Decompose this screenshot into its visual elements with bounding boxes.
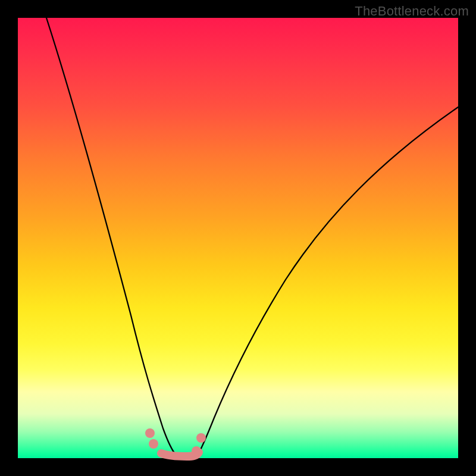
curve-left-branch	[46, 18, 176, 455]
outer-frame: TheBottleneck.com	[0, 0, 476, 476]
marker-dot	[149, 439, 158, 449]
chart-svg	[18, 18, 458, 458]
valley-marker-group	[145, 428, 206, 456]
marker-dot	[196, 433, 206, 443]
marker-dot	[192, 446, 201, 456]
marker-dot	[145, 428, 155, 438]
curve-right-branch	[196, 107, 458, 457]
plot-area	[18, 18, 458, 458]
watermark-text: TheBottleneck.com	[355, 4, 469, 19]
